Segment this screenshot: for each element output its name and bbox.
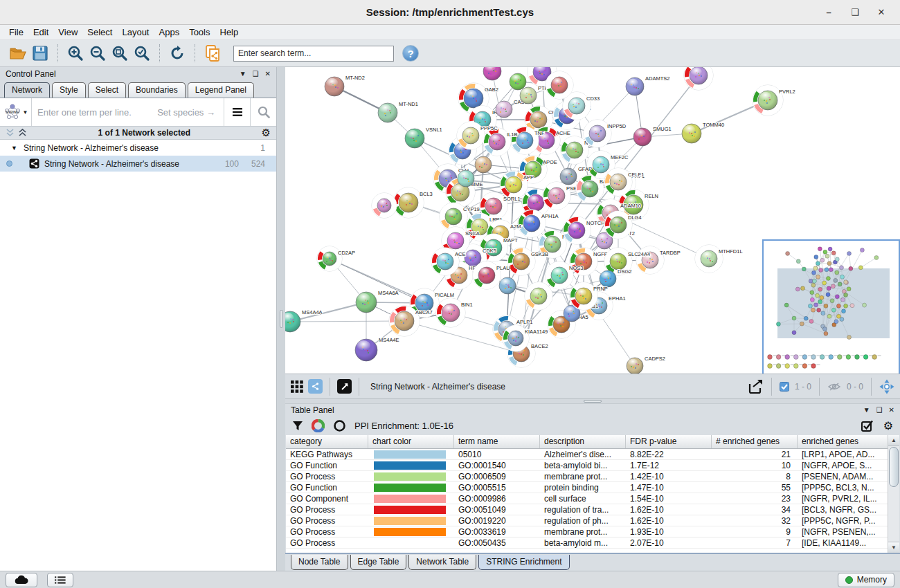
horizontal-splitter[interactable] xyxy=(285,399,900,404)
network-node[interactable] xyxy=(458,170,474,187)
network-row[interactable]: String Network - Alzheimer's disease 100… xyxy=(0,156,276,172)
network-node[interactable] xyxy=(525,282,552,310)
table-row[interactable]: GO ProcessGO:0006509membrane prot...1.42… xyxy=(286,471,899,482)
network-node[interactable]: INPP5D xyxy=(584,120,627,147)
network-node[interactable]: ADAMTS2 xyxy=(626,75,669,95)
vertical-splitter[interactable] xyxy=(277,67,285,571)
collapse-all-icon[interactable] xyxy=(6,129,15,137)
column-header[interactable]: enriched genes xyxy=(798,435,899,448)
network-node[interactable]: CADPS2 xyxy=(627,356,665,374)
network-node[interactable]: VSNL1 xyxy=(405,127,442,148)
network-node[interactable]: MTHFD1L xyxy=(695,245,743,273)
table-row[interactable]: GO ProcessGO:0051049regulation of tra...… xyxy=(286,504,899,515)
open-session-button[interactable] xyxy=(7,43,29,64)
tab-legend-panel[interactable]: Legend Panel xyxy=(188,82,254,98)
table-row[interactable]: KEGG Pathways05010Alzheimer's dise...8.8… xyxy=(286,449,899,460)
network-node[interactable] xyxy=(546,71,573,99)
export-network-icon[interactable] xyxy=(747,379,764,394)
tab-network[interactable]: Network xyxy=(4,82,50,98)
panel-float-icon[interactable]: ❑ xyxy=(876,406,883,414)
string-options-button[interactable] xyxy=(224,98,250,126)
column-header[interactable]: category xyxy=(286,435,368,448)
network-node[interactable]: MS4A6A xyxy=(356,290,399,313)
panel-close-icon[interactable]: ✕ xyxy=(265,70,271,77)
selected-checkbox-icon[interactable] xyxy=(780,382,789,392)
menu-item-select[interactable]: Select xyxy=(82,26,117,39)
panel-float-icon[interactable]: ❑ xyxy=(253,70,259,77)
cloud-tasks-button[interactable] xyxy=(6,573,37,587)
zoom-out-button[interactable] xyxy=(87,43,109,64)
table-scrollbar[interactable]: ▲ ▼ xyxy=(888,435,899,553)
column-header[interactable]: term name xyxy=(454,435,540,448)
column-header[interactable]: chart color xyxy=(368,435,454,448)
ring-chart-icon[interactable] xyxy=(333,419,346,432)
network-node[interactable] xyxy=(483,67,501,80)
menu-item-layout[interactable]: Layout xyxy=(117,26,154,39)
scrollbar-thumb[interactable] xyxy=(889,447,899,487)
tab-node-table[interactable]: Node Table xyxy=(291,555,348,570)
panel-menu-icon[interactable]: ▼ xyxy=(863,406,870,414)
maximize-button[interactable]: ❑ xyxy=(842,7,868,17)
panel-close-icon[interactable]: ✕ xyxy=(889,406,894,414)
string-database-selector[interactable]: STRING ▼ xyxy=(0,98,32,126)
scroll-down-button[interactable]: ▼ xyxy=(888,542,899,553)
zoom-selected-button[interactable] xyxy=(131,43,153,64)
gear-icon[interactable]: ⚙ xyxy=(262,127,271,139)
select-all-checkbox-icon[interactable] xyxy=(861,420,874,432)
menu-item-apps[interactable]: Apps xyxy=(154,26,185,39)
birdseye-view[interactable] xyxy=(762,239,900,374)
refresh-button[interactable] xyxy=(166,43,188,64)
network-node[interactable] xyxy=(499,277,516,294)
grid-mode-icon[interactable] xyxy=(291,380,303,393)
gear-icon[interactable]: ⚙ xyxy=(883,419,893,432)
minimize-button[interactable]: – xyxy=(816,7,842,17)
string-view-icon[interactable] xyxy=(308,379,323,394)
column-header[interactable]: description xyxy=(540,435,626,448)
expand-all-icon[interactable] xyxy=(18,129,27,137)
network-collection-row[interactable]: ▼ String Network - Alzheimer's disease 1 xyxy=(0,140,276,156)
tab-string-enrichment[interactable]: STRING Enrichment xyxy=(478,555,569,570)
annotation-mode-icon[interactable] xyxy=(337,379,352,394)
splitter-grip[interactable] xyxy=(584,400,602,403)
network-node[interactable]: MS4A4A xyxy=(285,309,323,332)
filter-icon[interactable] xyxy=(292,421,303,431)
table-row[interactable]: GO ProcessGO:0033619membrane prot...1.93… xyxy=(286,526,899,538)
table-row[interactable]: GO FunctionGO:0001540beta-amyloid bi...1… xyxy=(286,460,899,471)
network-node[interactable] xyxy=(372,193,397,218)
network-node[interactable]: CD33 xyxy=(563,92,600,120)
search-input[interactable] xyxy=(233,46,394,62)
network-node[interactable] xyxy=(475,156,492,173)
clone-network-button[interactable] xyxy=(201,43,224,64)
chart-donut-icon[interactable] xyxy=(312,419,325,432)
menu-item-help[interactable]: Help xyxy=(215,26,244,39)
table-row[interactable]: GO ComponentGO:0009986cell surface1.54E-… xyxy=(286,493,899,504)
scroll-up-button[interactable]: ▲ xyxy=(888,435,899,446)
string-query-field[interactable]: Enter one term per line. Set species → xyxy=(32,107,224,118)
table-row[interactable]: GO ProcessGO:0050435beta-amyloid m...2.0… xyxy=(286,538,899,549)
table-row[interactable]: GO FunctionGO:0005515protein binding1.47… xyxy=(286,482,899,493)
task-history-button[interactable] xyxy=(47,573,73,587)
navigate-compass-icon[interactable] xyxy=(879,379,894,394)
tab-select[interactable]: Select xyxy=(88,82,126,98)
network-node[interactable]: TARDBP xyxy=(636,246,681,274)
string-search-button[interactable] xyxy=(250,98,276,126)
tab-boundaries[interactable]: Boundaries xyxy=(128,82,186,98)
splitter-grip[interactable] xyxy=(280,310,283,328)
network-node[interactable]: TOMM40 xyxy=(682,122,724,143)
help-button[interactable]: ? xyxy=(402,45,419,62)
network-node[interactable] xyxy=(684,67,713,90)
network-node[interactable]: MS4A4E xyxy=(355,337,399,361)
network-node[interactable]: SMUG1 xyxy=(633,126,672,146)
save-session-button[interactable] xyxy=(29,43,51,64)
column-header[interactable]: FDR p-value xyxy=(626,435,712,448)
column-header[interactable]: # enriched genes xyxy=(712,435,798,448)
network-node[interactable]: BCL3 xyxy=(393,187,433,218)
hidden-eye-icon[interactable] xyxy=(827,382,841,392)
tree-expander-icon[interactable]: ▼ xyxy=(11,145,17,151)
network-node[interactable]: MT-ND1 xyxy=(378,101,418,122)
menu-item-file[interactable]: File xyxy=(4,26,28,39)
tab-style[interactable]: Style xyxy=(52,82,86,98)
zoom-in-button[interactable] xyxy=(64,43,87,64)
network-node[interactable]: MT-ND2 xyxy=(325,75,365,96)
network-node[interactable]: PVRL2 xyxy=(753,85,795,116)
